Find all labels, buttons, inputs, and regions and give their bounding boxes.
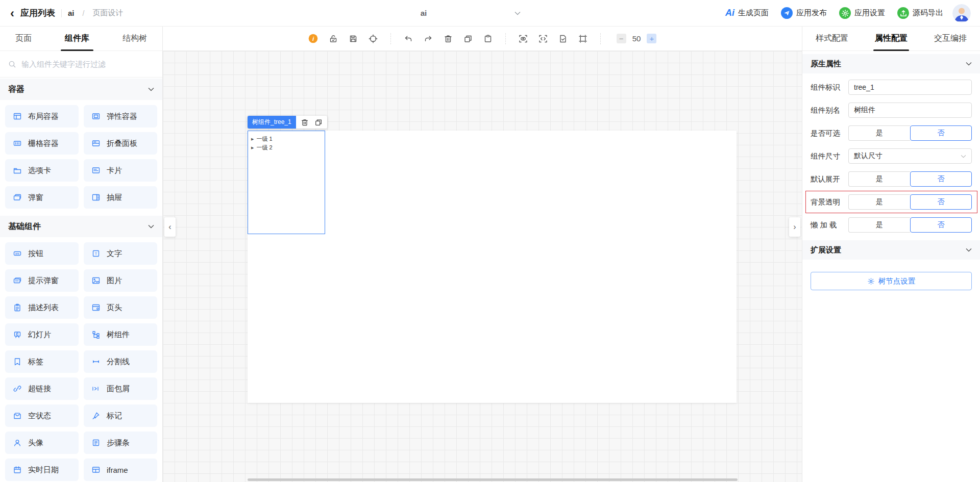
back-to-app-list[interactable]: 应用列表	[20, 7, 55, 19]
panel-tab-0[interactable]: 样式配置	[816, 27, 848, 51]
component-id-input[interactable]	[848, 80, 972, 95]
sidebar-tab-1[interactable]: 组件库	[65, 27, 89, 51]
hyperlink-icon	[13, 385, 21, 393]
delete-icon[interactable]	[444, 34, 453, 43]
search-input[interactable]	[21, 60, 154, 68]
undo-icon[interactable]	[404, 34, 413, 43]
panel-tab-1[interactable]: 属性配置	[875, 27, 908, 51]
header-action-code-export[interactable]: 源码导出	[897, 7, 943, 19]
component-item-flex-container[interactable]: 弹性容器	[84, 105, 157, 128]
component-item-page-header[interactable]: 页头	[84, 296, 157, 319]
component-item-tag[interactable]: 标签	[5, 350, 79, 373]
component-item-carousel[interactable]: 幻灯片	[5, 323, 79, 346]
component-item-grid-container[interactable]: 栅格容器	[5, 132, 79, 155]
info-icon[interactable]: i	[308, 34, 318, 43]
component-item-card[interactable]: 卡片	[84, 159, 157, 182]
component-item-label: 步骤条	[107, 438, 130, 448]
toggle-yes-option[interactable]: 是	[848, 171, 910, 187]
breadcrumb-app[interactable]: ai	[68, 9, 75, 17]
component-item-image[interactable]: 图片	[84, 269, 157, 292]
component-alias-input[interactable]	[848, 103, 972, 118]
toggle-yes-option[interactable]: 是	[848, 194, 910, 210]
copy-component-icon[interactable]	[314, 118, 323, 126]
component-item-live-date[interactable]: 实时日期	[5, 459, 79, 481]
component-item-divider[interactable]: 分割线	[84, 350, 157, 373]
artboard-icon[interactable]	[578, 34, 587, 43]
component-item-marker[interactable]: 标记	[84, 404, 157, 427]
back-chevron-icon[interactable]: ‹	[10, 7, 14, 19]
native-properties-section-header[interactable]: 原生属性	[802, 54, 980, 73]
chevron-down-icon	[148, 87, 154, 91]
sidebar-tab-2[interactable]: 结构树	[122, 27, 147, 51]
field-background-transparent: 背景透明 是否	[811, 194, 972, 210]
component-item-label: 超链接	[28, 384, 51, 394]
delete-component-icon[interactable]	[301, 118, 309, 126]
caret-right-icon[interactable]: ▶	[251, 137, 254, 141]
save-icon[interactable]	[349, 34, 358, 43]
component-item-iframe[interactable]: iframe	[84, 459, 157, 481]
header-action-ai-generate[interactable]: Ai生成页面	[725, 8, 769, 18]
tree-node[interactable]: ▶ 一级 2	[251, 143, 325, 152]
component-item-label: 标记	[107, 411, 122, 421]
header-action-app-settings[interactable]: 应用设置	[839, 7, 885, 19]
component-item-tabs[interactable]: 选项卡	[5, 159, 79, 182]
panel-tab-2[interactable]: 交互编排	[934, 27, 967, 51]
toggle-no-option[interactable]: 否	[910, 125, 972, 141]
component-item-steps[interactable]: 步骤条	[84, 432, 157, 454]
unlock-icon[interactable]	[329, 34, 338, 43]
tree-node[interactable]: ▶ 一级 1	[251, 135, 325, 143]
component-item-breadcrumb[interactable]: 面包屑	[84, 377, 157, 400]
user-avatar[interactable]	[952, 4, 971, 22]
component-item-empty-state[interactable]: 空状态	[5, 404, 79, 427]
collapse-right-panel-button[interactable]: ›	[789, 217, 800, 237]
horizontal-scrollbar[interactable]	[248, 478, 738, 481]
component-item-avatar[interactable]: 头像	[5, 432, 79, 454]
component-item-button[interactable]: BTN 按钮	[5, 242, 79, 265]
paste-icon[interactable]	[483, 34, 493, 43]
doc-check-icon[interactable]	[558, 34, 568, 43]
section-title: 容器	[8, 84, 24, 95]
toggle-no-option[interactable]: 否	[910, 194, 972, 210]
component-item-text[interactable]: T 文字	[84, 242, 157, 265]
code-view-icon[interactable]	[538, 34, 548, 43]
component-item-collapse-panel[interactable]: 折叠面板	[84, 132, 157, 155]
toggle-no-option[interactable]: 否	[910, 217, 972, 233]
caret-right-icon[interactable]: ▶	[251, 146, 254, 150]
field-label: 组件标识	[811, 83, 848, 92]
component-size-select[interactable]: 默认尺寸	[848, 148, 972, 164]
zoom-out-button[interactable]: −	[617, 34, 626, 43]
crosshair-icon[interactable]	[369, 34, 378, 43]
toggle-yes-option[interactable]: 是	[848, 125, 910, 141]
design-canvas[interactable]: 树组件_tree_1 ▶ 一级 1▶ 一级 2 ‹ ›	[163, 51, 802, 482]
component-item-hyperlink[interactable]: 超链接	[5, 377, 79, 400]
toggle-yes-option[interactable]: 是	[848, 217, 910, 233]
component-item-modal[interactable]: 弹窗	[5, 186, 79, 209]
chevron-down-icon	[966, 248, 972, 252]
header-action-publish[interactable]: 应用发布	[781, 7, 827, 19]
section-header-0[interactable]: 容器	[0, 79, 162, 100]
toggle-no-option[interactable]: 否	[910, 171, 972, 187]
component-item-label: 树组件	[107, 330, 130, 340]
component-item-tree[interactable]: 树组件	[84, 323, 157, 346]
tree-widget[interactable]: 树组件_tree_1 ▶ 一级 1▶ 一级 2	[248, 131, 325, 234]
preview-icon[interactable]	[519, 34, 528, 43]
duplicate-icon[interactable]	[463, 34, 473, 43]
section-header-1[interactable]: 基础组件	[0, 216, 162, 237]
component-item-layout-container[interactable]: 布局容器	[5, 105, 79, 128]
page-surface[interactable]: 树组件_tree_1 ▶ 一级 1▶ 一级 2	[248, 131, 737, 403]
properties-panel: 样式配置属性配置交互编排 原生属性 组件标识 组件别名 是否可选 是否 组件尺寸…	[802, 27, 980, 482]
component-item-drawer[interactable]: 抽屉	[84, 186, 157, 209]
component-item-label: 弹性容器	[107, 112, 137, 121]
component-sidebar: 页面组件库结构树 容器 布局容器 弹性容器 栅格容器 折叠面板 选项卡 卡片 弹…	[0, 27, 163, 482]
component-item-label: 标签	[28, 357, 43, 367]
tree-node-settings-button[interactable]: 树节点设置	[811, 272, 972, 290]
zoom-in-button[interactable]: +	[647, 34, 656, 43]
extension-settings-section-header[interactable]: 扩展设置	[802, 240, 980, 260]
collapse-left-panel-button[interactable]: ‹	[164, 217, 176, 237]
redo-icon[interactable]	[424, 34, 433, 43]
component-item-message-popup[interactable]: 提示弹窗	[5, 269, 79, 292]
svg-text:BTN: BTN	[15, 253, 19, 255]
sidebar-tab-0[interactable]: 页面	[15, 27, 32, 51]
component-item-description-list[interactable]: 描述列表	[5, 296, 79, 319]
page-selector[interactable]: ai	[327, 0, 521, 27]
